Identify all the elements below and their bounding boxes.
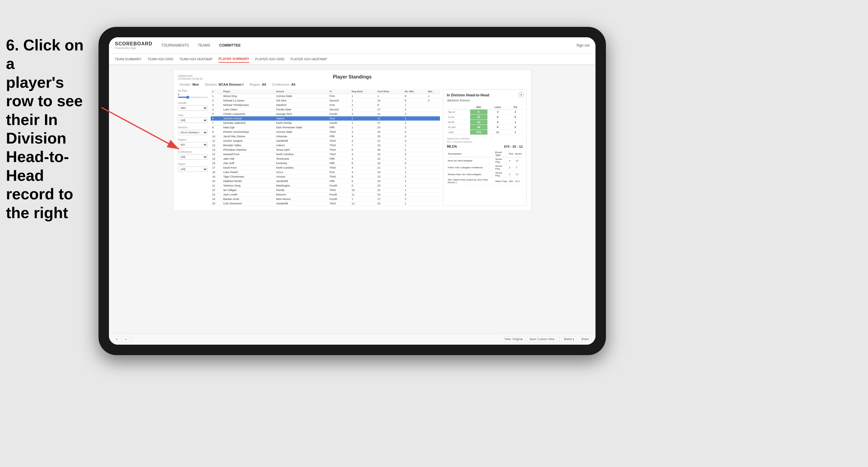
table-row[interactable]: 17 David Ford North Carolina Third 4 21 … — [211, 166, 440, 170]
h2h-loss: 11 — [488, 130, 508, 135]
card-header: Player Standings — [178, 74, 527, 80]
table-row[interactable]: 11 Gordon Sargent Vanderbilt Third 4 21 … — [211, 139, 440, 143]
h2h-tie: 1 — [508, 130, 523, 135]
cell-player: Luke Claton — [222, 107, 275, 112]
h2h-tie: 3 — [508, 125, 523, 130]
save-custom-view-button[interactable]: Save Custom View — [527, 336, 556, 342]
table-row[interactable]: 2 Michael La Sasse Ole Miss Second 1 19 … — [211, 98, 440, 103]
cell-num: 20 — [211, 179, 222, 184]
cell-rds: 0 — [403, 130, 427, 134]
close-h2h-button[interactable]: ✕ — [519, 92, 524, 97]
table-row[interactable]: 23 Jack Lundin Missouri Fourth 11 24 0 — [211, 192, 440, 197]
cell-yr: Fifth — [328, 125, 350, 130]
table-row[interactable]: 18 Luke Powell UCLA First 4 24 1 — [211, 170, 440, 175]
sub-nav-team-summary[interactable]: TEAM SUMMARY — [115, 56, 142, 62]
undo-button[interactable]: ↩ — [114, 336, 120, 342]
cell-school: Auburn — [275, 116, 328, 121]
share-button[interactable]: Share — [579, 336, 591, 342]
cell-player: Bastian Amat — [222, 197, 275, 201]
filter-player-group: Player (All) — [178, 163, 208, 172]
h2h-win: 8 — [470, 110, 488, 115]
table-row[interactable]: 25 Cole Sherwood Vanderbilt Third 12 23 … — [211, 201, 440, 206]
table-row[interactable]: 3 Michael Thorbjornsen Stanford First 2 … — [211, 103, 440, 107]
sign-out-button[interactable]: Sign out — [577, 43, 590, 48]
table-row[interactable]: 12 Brendan Valles Auburn Third 7 24 1 — [211, 143, 440, 148]
table-row[interactable]: 16 Alex Goff Kentucky Fifth 8 19 0 — [211, 161, 440, 166]
nav-committee[interactable]: COMMITTEE — [219, 42, 241, 49]
nav-teams[interactable]: TEAMS — [198, 42, 210, 49]
sub-nav-player-summary[interactable]: PLAYER SUMMARY — [218, 56, 249, 63]
sub-nav-team-h2h-grid[interactable]: TEAM H2H GRID — [148, 56, 174, 62]
table-row[interactable]: 9 Preston Summerhays Arizona State Third… — [211, 130, 440, 134]
filter-conference-group: Conference (All) — [178, 150, 208, 160]
filter-conference-label: Conference — [178, 150, 208, 153]
tablet-frame: SCOREBOARD Powered by clippi TOURNAMENTS… — [98, 27, 606, 355]
cell-reg: 10 — [350, 188, 376, 192]
conference-select[interactable]: (All) — [178, 154, 208, 160]
top-nav: SCOREBOARD Powered by clippi TOURNAMENTS… — [109, 37, 595, 54]
table-row[interactable]: 7 Nicholas Gabrelcik North Florida Fourt… — [211, 121, 440, 125]
table-row[interactable]: 6 Jackson Koivun Auburn First 1 21 2 — [211, 116, 440, 121]
sub-nav-team-h2h-heatmap[interactable]: TEAM H2H HEATMAP — [179, 56, 213, 62]
year-select[interactable]: (All) — [178, 118, 208, 123]
cell-num: 25 — [211, 201, 222, 206]
cell-school: Missouri — [275, 192, 328, 197]
cell-reg: 8 — [350, 161, 376, 166]
cell-reg: 4 — [350, 157, 376, 161]
h2h-loss: 9 — [488, 115, 508, 120]
cell-rds: 1 — [403, 201, 427, 206]
division-select[interactable]: NCAA Division I — [178, 130, 208, 135]
h2h-row: 26-50 22 4 1 — [447, 120, 523, 125]
slider-container[interactable] — [178, 96, 208, 98]
h2h-row: >100 578 11 1 — [447, 130, 523, 135]
sub-nav-player-h2h-heatmap[interactable]: PLAYER H2H HEATMAP — [290, 56, 327, 62]
tablet-screen: SCOREBOARD Powered by clippi TOURNAMENTS… — [109, 37, 595, 345]
sub-nav-player-h2h-grid[interactable]: PLAYER H2H GRID — [255, 56, 284, 62]
cell-num: 23 — [211, 192, 222, 197]
cell-school: Ole Miss — [275, 98, 328, 103]
cell-win — [427, 116, 440, 121]
cell-player: Jackson Koivun — [222, 116, 275, 121]
cell-num: 5 — [211, 112, 222, 116]
nav-tournaments[interactable]: TOURNAMENTS — [161, 42, 189, 49]
table-row[interactable]: 10 Jacob Mac Diesse Arkansas Fifth 4 25 … — [211, 134, 440, 139]
cell-rds: 8 — [403, 98, 427, 103]
player-select[interactable]: (All) — [178, 166, 208, 172]
cell-rds: 0 — [403, 192, 427, 197]
h2h-label: 11-25 — [447, 115, 470, 120]
cell-rds: 1 — [403, 148, 427, 152]
opponents-label: Opponents in division: — [447, 137, 523, 140]
table-row[interactable]: 1 Wenyi Ding Arizona State First 1 1 8 1 — [211, 94, 440, 98]
instruction-line-2: player's row to see — [6, 74, 83, 110]
table-row[interactable]: 13 Phichaksn Maichon Texas A&M Third 6 3… — [211, 148, 440, 152]
h2h-player-name: Jackson Koivun — [447, 98, 523, 102]
cell-win — [427, 184, 440, 188]
table-row[interactable]: 24 Bastian Amat New Mexico Fourth 1 27 2 — [211, 197, 440, 201]
table-row[interactable]: 22 Ian Gilligan Florida Third 10 24 1 — [211, 188, 440, 192]
cell-player: Phichaksn Maichon — [222, 148, 275, 152]
region-select[interactable]: N/A — [178, 142, 208, 147]
cell-school: Vanderbilt — [275, 201, 328, 206]
cell-reg: 12 — [350, 201, 376, 206]
watch-button[interactable]: Watch ▾ — [562, 336, 577, 342]
cell-conf: 24 — [376, 188, 403, 192]
h2h-win: 46 — [470, 125, 488, 130]
cell-num: 24 — [211, 197, 222, 201]
table-row[interactable]: 15 Jake Hall Tennessee Fifth 4 24 1 — [211, 157, 440, 161]
table-row[interactable]: 20 Matthew Riedel Vanderbilt Fifth 5 20 … — [211, 179, 440, 184]
h2h-label: 51-100 — [447, 125, 470, 130]
redo-button[interactable]: ↪ — [122, 336, 129, 342]
col-num: # — [211, 89, 222, 94]
cell-school: Washington — [275, 184, 328, 188]
table-row[interactable]: 14 Maxwell Ford North Carolina Third 3 2… — [211, 152, 440, 157]
table-row[interactable]: 4 Luke Claton Florida State Second 1 27 … — [211, 107, 440, 112]
gender-select[interactable]: Men — [178, 105, 208, 111]
cell-conf: 24 — [376, 130, 403, 134]
table-row[interactable]: 19 Tiger Christensen Arizona Third 8 23 … — [211, 175, 440, 179]
cell-yr: Third — [328, 130, 350, 134]
cell-school: Arizona State — [275, 130, 328, 134]
table-row[interactable]: 5 Christo Lamprecht Georgia Tech Fourth … — [211, 112, 440, 116]
table-row[interactable]: 8 Mats Ege East Tennessee State Fifth 1 … — [211, 125, 440, 130]
view-original-button[interactable]: View: Original — [502, 336, 525, 342]
table-row[interactable]: 21 Taehoon Song Washington Fourth 6 23 1 — [211, 184, 440, 188]
